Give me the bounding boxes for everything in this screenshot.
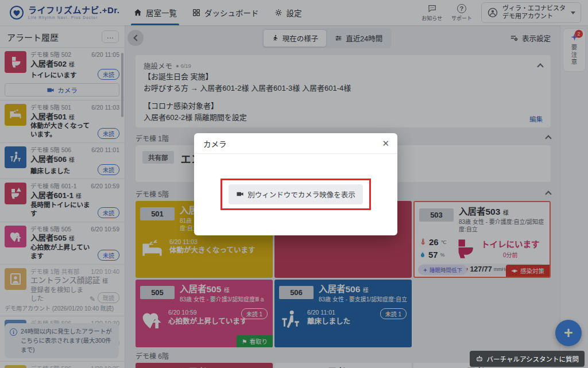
camera-modal-title: カメラ <box>203 138 227 149</box>
virtual-assistant-button[interactable]: バーチャルアシスタントに質問 <box>470 351 585 367</box>
red-highlight-box: 別ウィンドウでカメラ映像を表示 <box>220 179 371 210</box>
camera-icon <box>236 190 244 198</box>
close-icon[interactable]: ✕ <box>382 138 389 149</box>
robot-icon <box>475 355 483 363</box>
camera-modal: カメラ ✕ 別ウィンドウでカメラ映像を表示 <box>194 133 397 235</box>
open-camera-window-button[interactable]: 別ウィンドウでカメラ映像を表示 <box>229 184 363 204</box>
